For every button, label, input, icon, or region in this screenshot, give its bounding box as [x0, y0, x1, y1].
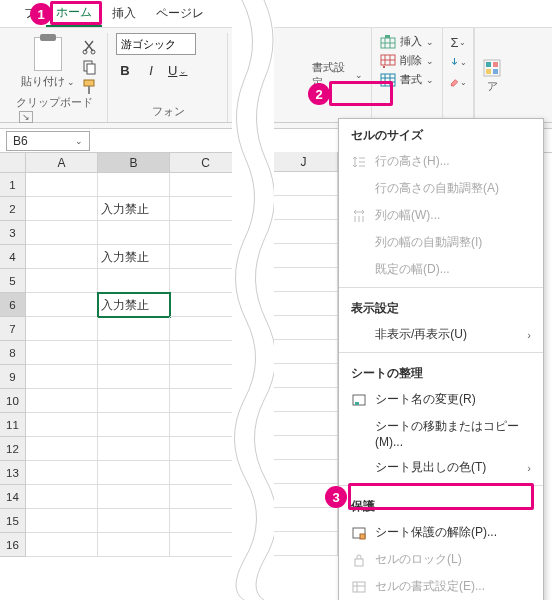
- cell[interactable]: [98, 461, 170, 485]
- cell[interactable]: [26, 485, 98, 509]
- cell[interactable]: [26, 293, 98, 317]
- cell[interactable]: [270, 412, 338, 436]
- cell[interactable]: [270, 196, 338, 220]
- ideas-icon[interactable]: [481, 57, 503, 79]
- col-header-A[interactable]: A: [26, 153, 98, 173]
- cell[interactable]: [98, 533, 170, 557]
- dialog-launcher-icon[interactable]: ↘: [19, 111, 33, 123]
- copy-icon[interactable]: [81, 59, 97, 73]
- row-header[interactable]: 4: [0, 245, 26, 269]
- cell[interactable]: [98, 413, 170, 437]
- row-header[interactable]: 8: [0, 341, 26, 365]
- cell-B2[interactable]: 入力禁止: [98, 197, 170, 221]
- fill-button[interactable]: ⌄: [449, 54, 467, 70]
- row-header[interactable]: 5: [0, 269, 26, 293]
- dd-col-width[interactable]: 列の幅(W)...: [339, 202, 543, 229]
- cell[interactable]: [26, 221, 98, 245]
- row-header[interactable]: 15: [0, 509, 26, 533]
- svg-rect-20: [353, 582, 365, 592]
- cells-delete-button[interactable]: 削除⌄: [380, 53, 434, 68]
- cell[interactable]: [270, 460, 338, 484]
- cell[interactable]: [98, 221, 170, 245]
- row-header[interactable]: 14: [0, 485, 26, 509]
- bold-button[interactable]: B: [116, 63, 134, 78]
- paste-button[interactable]: 貼り付け ⌄: [21, 74, 75, 89]
- row-header[interactable]: 1: [0, 173, 26, 197]
- dd-hide-unhide[interactable]: 非表示/再表示(U) ›: [339, 321, 543, 348]
- cell-B4[interactable]: 入力禁止: [98, 245, 170, 269]
- cell[interactable]: [270, 508, 338, 532]
- cell[interactable]: [270, 436, 338, 460]
- cell[interactable]: [26, 413, 98, 437]
- cell[interactable]: [26, 173, 98, 197]
- cell[interactable]: [26, 269, 98, 293]
- cell[interactable]: [26, 461, 98, 485]
- tab-insert[interactable]: 挿入: [102, 1, 146, 26]
- cell[interactable]: [270, 268, 338, 292]
- cell[interactable]: [98, 509, 170, 533]
- format-painter-icon[interactable]: [81, 79, 97, 93]
- cell[interactable]: [98, 365, 170, 389]
- cell-B6-active[interactable]: 入力禁止: [98, 293, 170, 317]
- row-header[interactable]: 9: [0, 365, 26, 389]
- dd-default-width[interactable]: 既定の幅(D)...: [339, 256, 543, 283]
- row-header[interactable]: 13: [0, 461, 26, 485]
- dd-lock-cell[interactable]: セルのロック(L): [339, 546, 543, 573]
- col-header-J[interactable]: J: [270, 152, 338, 172]
- select-all-corner[interactable]: [0, 153, 26, 173]
- cell[interactable]: [26, 245, 98, 269]
- cell[interactable]: [270, 292, 338, 316]
- row-header[interactable]: 10: [0, 389, 26, 413]
- row-header[interactable]: 3: [0, 221, 26, 245]
- dd-auto-col-width[interactable]: 列の幅の自動調整(I): [339, 229, 543, 256]
- row-header[interactable]: 7: [0, 317, 26, 341]
- cell[interactable]: [26, 341, 98, 365]
- row-header[interactable]: 12: [0, 437, 26, 461]
- cell[interactable]: [26, 437, 98, 461]
- cell[interactable]: [26, 533, 98, 557]
- cell[interactable]: [26, 317, 98, 341]
- cell[interactable]: [270, 364, 338, 388]
- dd-rename-sheet[interactable]: シート名の変更(R): [339, 386, 543, 413]
- cell[interactable]: [98, 269, 170, 293]
- cell[interactable]: [270, 220, 338, 244]
- cell[interactable]: [270, 316, 338, 340]
- cell[interactable]: [98, 341, 170, 365]
- cell[interactable]: [26, 365, 98, 389]
- cell[interactable]: [270, 340, 338, 364]
- dd-auto-row-height[interactable]: 行の高さの自動調整(A): [339, 175, 543, 202]
- cell[interactable]: [270, 244, 338, 268]
- row-header[interactable]: 6: [0, 293, 26, 317]
- autosum-button[interactable]: Σ ⌄: [449, 34, 467, 50]
- cut-icon[interactable]: [81, 39, 97, 53]
- tab-pagelayout-partial[interactable]: ページレ: [146, 1, 214, 26]
- row-header[interactable]: 16: [0, 533, 26, 557]
- cell[interactable]: [270, 532, 338, 556]
- cell[interactable]: [98, 173, 170, 197]
- cell[interactable]: [98, 437, 170, 461]
- row-header[interactable]: 2: [0, 197, 26, 221]
- underline-button[interactable]: U⌄: [168, 63, 186, 78]
- dd-format-cells[interactable]: セルの書式設定(E)...: [339, 573, 543, 600]
- cell[interactable]: [26, 389, 98, 413]
- col-header-B[interactable]: B: [98, 153, 170, 173]
- ideas-label-partial: ア: [487, 79, 498, 94]
- dd-row-height[interactable]: 行の高さ(H)...: [339, 148, 543, 175]
- dd-tab-color[interactable]: シート見出しの色(T) ›: [339, 454, 543, 481]
- clear-button[interactable]: ⌄: [449, 74, 467, 90]
- dd-move-copy-sheet[interactable]: シートの移動またはコピー(M)...: [339, 413, 543, 454]
- name-box[interactable]: B6 ⌄: [6, 131, 90, 151]
- row-header[interactable]: 11: [0, 413, 26, 437]
- dd-unprotect-sheet[interactable]: シート保護の解除(P)...: [339, 519, 543, 546]
- cell[interactable]: [26, 197, 98, 221]
- cell[interactable]: [98, 485, 170, 509]
- cells-insert-button[interactable]: 挿入⌄: [380, 34, 434, 49]
- font-name-select[interactable]: [116, 33, 196, 55]
- cell[interactable]: [270, 172, 338, 196]
- italic-button[interactable]: I: [142, 63, 160, 78]
- cell[interactable]: [26, 509, 98, 533]
- cell[interactable]: [98, 389, 170, 413]
- cell[interactable]: [98, 317, 170, 341]
- cell[interactable]: [270, 388, 338, 412]
- paste-icon[interactable]: [34, 37, 62, 71]
